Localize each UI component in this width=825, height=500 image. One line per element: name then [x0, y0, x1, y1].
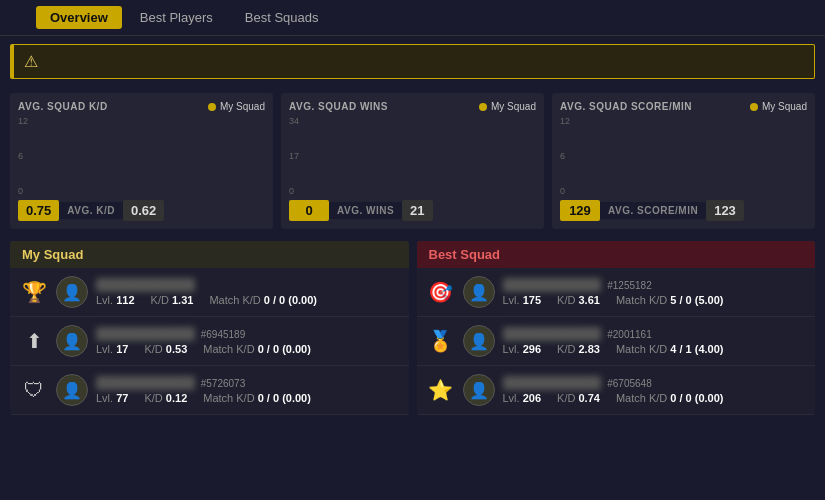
- player-match-kd: Match K/D 4 / 1 (4.00): [616, 343, 724, 355]
- panel-best-squad: Best Squad 🎯 👤 XXXXXXXX #1255182 Lvl. 17…: [417, 241, 816, 415]
- player-info: XXXXXXXX #6705648 Lvl. 206 K/D 0.74 Matc…: [503, 376, 806, 404]
- stat-label: AVG. SCORE/MIN: [600, 202, 706, 219]
- stat-box: 0: [289, 200, 329, 221]
- bar-chart: [31, 116, 65, 196]
- my-squad-label: My Squad: [750, 101, 807, 112]
- player-stats: Lvl. 206 K/D 0.74 Match K/D 0 / 0 (0.00): [503, 392, 806, 404]
- rank-icon: 🏅: [427, 329, 455, 353]
- chart-card-0: AVG. SQUAD K/D My Squad 1260 0.75 AVG. K…: [10, 93, 273, 229]
- panel-header: My Squad: [10, 241, 409, 268]
- warning-icon: ⚠: [24, 52, 38, 71]
- avatar: 👤: [56, 374, 88, 406]
- nav-tabs: Overview Best Players Best Squads: [36, 6, 333, 29]
- player-name: XXXXXXXX: [503, 376, 602, 390]
- player-name-row: XXXXXXXX: [96, 278, 399, 292]
- avatar: 👤: [56, 325, 88, 357]
- tab-best-squads[interactable]: Best Squads: [231, 6, 333, 29]
- player-level: Lvl. 206: [503, 392, 542, 404]
- player-kd: K/D 0.74: [557, 392, 600, 404]
- y-axis-labels: 1260: [18, 116, 31, 196]
- tab-best-players[interactable]: Best Players: [126, 6, 227, 29]
- y-axis-labels: 1260: [560, 116, 573, 196]
- player-row: 🏆 👤 XXXXXXXX Lvl. 112 K/D 1.31 Match K/D…: [10, 268, 409, 317]
- player-level: Lvl. 296: [503, 343, 542, 355]
- player-id: #6945189: [201, 329, 246, 340]
- player-row: 🛡 👤 XXXXXXXX #5726073 Lvl. 77 K/D 0.12 M…: [10, 366, 409, 415]
- player-info: XXXXXXXX #1255182 Lvl. 175 K/D 3.61 Matc…: [503, 278, 806, 306]
- player-id: #5726073: [201, 378, 246, 389]
- panels-row: My Squad 🏆 👤 XXXXXXXX Lvl. 112 K/D 1.31: [0, 235, 825, 421]
- player-name: XXXXXXXX: [503, 327, 602, 341]
- warning-banner: ⚠: [10, 44, 815, 79]
- player-level: Lvl. 112: [96, 294, 135, 306]
- chart-card-2: AVG. SQUAD SCORE/MIN My Squad 1260 129 A…: [552, 93, 815, 229]
- rank-icon: ⭐: [427, 378, 455, 402]
- player-id: #2001161: [607, 329, 652, 340]
- avatar: 👤: [463, 374, 495, 406]
- chart-title: AVG. SQUAD SCORE/MIN: [560, 101, 692, 112]
- stat-label: AVG. K/D: [59, 202, 123, 219]
- player-info: XXXXXXXX #6945189 Lvl. 17 K/D 0.53 Match…: [96, 327, 399, 355]
- tab-overview[interactable]: Overview: [36, 6, 122, 29]
- player-stats: Lvl. 175 K/D 3.61 Match K/D 5 / 0 (5.00): [503, 294, 806, 306]
- player-name-row: XXXXXXXX #6945189: [96, 327, 399, 341]
- chart-card-1: AVG. SQUAD WINS My Squad 34170 0 AVG. WI…: [281, 93, 544, 229]
- dot-icon: [750, 103, 758, 111]
- player-kd: K/D 2.83: [557, 343, 600, 355]
- player-stats: Lvl. 17 K/D 0.53 Match K/D 0 / 0 (0.00): [96, 343, 399, 355]
- player-id: #6705648: [607, 378, 652, 389]
- player-level: Lvl. 77: [96, 392, 128, 404]
- player-kd: K/D 3.61: [557, 294, 600, 306]
- player-row: ⭐ 👤 XXXXXXXX #6705648 Lvl. 206 K/D 0.74 …: [417, 366, 816, 415]
- player-name: XXXXXXXX: [96, 278, 195, 292]
- bar-chart: [302, 116, 336, 196]
- dot-icon: [208, 103, 216, 111]
- player-id: #1255182: [607, 280, 652, 291]
- player-match-kd: Match K/D 5 / 0 (5.00): [616, 294, 724, 306]
- stat-val: 21: [402, 200, 432, 221]
- player-match-kd: Match K/D 0 / 0 (0.00): [203, 343, 311, 355]
- panel-header: Best Squad: [417, 241, 816, 268]
- player-name: XXXXXXXX: [96, 376, 195, 390]
- player-kd: K/D 0.53: [144, 343, 187, 355]
- rank-icon: 🎯: [427, 280, 455, 304]
- player-name-row: XXXXXXXX #2001161: [503, 327, 806, 341]
- rank-icon: 🏆: [20, 280, 48, 304]
- stat-box: 129: [560, 200, 600, 221]
- avatar: 👤: [56, 276, 88, 308]
- player-name: XXXXXXXX: [503, 278, 602, 292]
- player-info: XXXXXXXX #5726073 Lvl. 77 K/D 0.12 Match…: [96, 376, 399, 404]
- player-kd: K/D 1.31: [151, 294, 194, 306]
- player-info: XXXXXXXX Lvl. 112 K/D 1.31 Match K/D 0 /…: [96, 278, 399, 306]
- player-info: XXXXXXXX #2001161 Lvl. 296 K/D 2.83 Matc…: [503, 327, 806, 355]
- player-row: 🎯 👤 XXXXXXXX #1255182 Lvl. 175 K/D 3.61 …: [417, 268, 816, 317]
- panel-my-squad: My Squad 🏆 👤 XXXXXXXX Lvl. 112 K/D 1.31: [10, 241, 409, 415]
- player-match-kd: Match K/D 0 / 0 (0.00): [203, 392, 311, 404]
- chart-title: AVG. SQUAD K/D: [18, 101, 108, 112]
- my-squad-label: My Squad: [208, 101, 265, 112]
- dot-icon: [479, 103, 487, 111]
- player-level: Lvl. 17: [96, 343, 128, 355]
- chart-title: AVG. SQUAD WINS: [289, 101, 388, 112]
- player-match-kd: Match K/D 0 / 0 (0.00): [616, 392, 724, 404]
- stat-val: 0.62: [123, 200, 164, 221]
- stat-label: AVG. WINS: [329, 202, 402, 219]
- stat-val: 123: [706, 200, 744, 221]
- my-squad-label: My Squad: [479, 101, 536, 112]
- stat-box: 0.75: [18, 200, 59, 221]
- charts-row: AVG. SQUAD K/D My Squad 1260 0.75 AVG. K…: [0, 87, 825, 235]
- player-stats: Lvl. 296 K/D 2.83 Match K/D 4 / 1 (4.00): [503, 343, 806, 355]
- avatar: 👤: [463, 325, 495, 357]
- player-name: XXXXXXXX: [96, 327, 195, 341]
- player-name-row: XXXXXXXX #6705648: [503, 376, 806, 390]
- player-name-row: XXXXXXXX #1255182: [503, 278, 806, 292]
- rank-icon: 🛡: [20, 379, 48, 402]
- bar-chart: [573, 116, 607, 196]
- player-stats: Lvl. 77 K/D 0.12 Match K/D 0 / 0 (0.00): [96, 392, 399, 404]
- avatar: 👤: [463, 276, 495, 308]
- rank-icon: ⬆: [20, 329, 48, 353]
- player-level: Lvl. 175: [503, 294, 542, 306]
- player-match-kd: Match K/D 0 / 0 (0.00): [209, 294, 317, 306]
- player-row: 🏅 👤 XXXXXXXX #2001161 Lvl. 296 K/D 2.83 …: [417, 317, 816, 366]
- player-kd: K/D 0.12: [144, 392, 187, 404]
